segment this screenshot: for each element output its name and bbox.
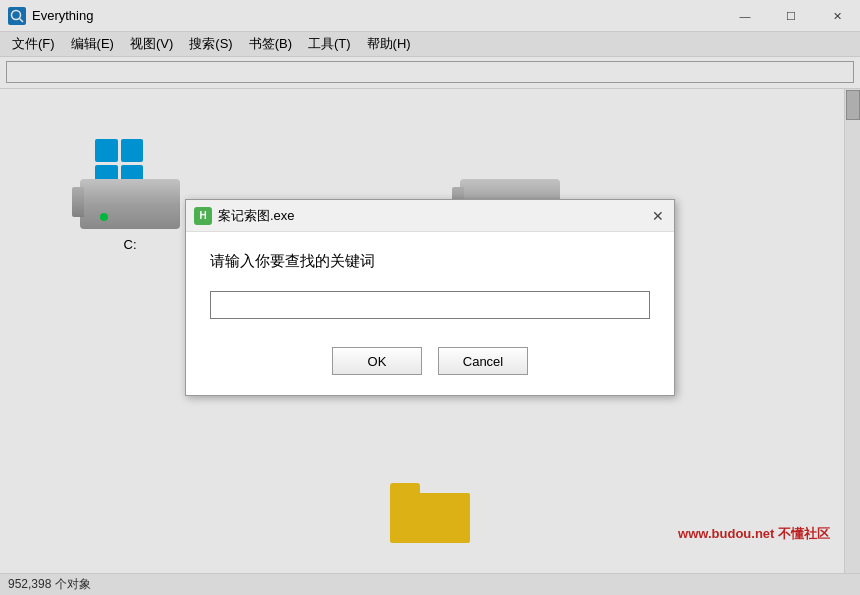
dialog-titlebar: H 案记索图.exe ✕ [186,200,674,232]
dialog-overlay: H 案记索图.exe ✕ 请输入你要查找的关键词 OK Cancel [0,0,860,595]
dialog-close-button[interactable]: ✕ [646,204,670,228]
dialog-buttons: OK Cancel [210,339,650,379]
dialog-cancel-button[interactable]: Cancel [438,347,528,375]
dialog-ok-button[interactable]: OK [332,347,422,375]
dialog: H 案记索图.exe ✕ 请输入你要查找的关键词 OK Cancel [185,199,675,396]
dialog-title: 案记索图.exe [218,207,295,225]
dialog-body: 请输入你要查找的关键词 OK Cancel [186,232,674,395]
dialog-input[interactable] [210,291,650,319]
dialog-app-icon: H [194,207,212,225]
dialog-prompt: 请输入你要查找的关键词 [210,252,650,271]
